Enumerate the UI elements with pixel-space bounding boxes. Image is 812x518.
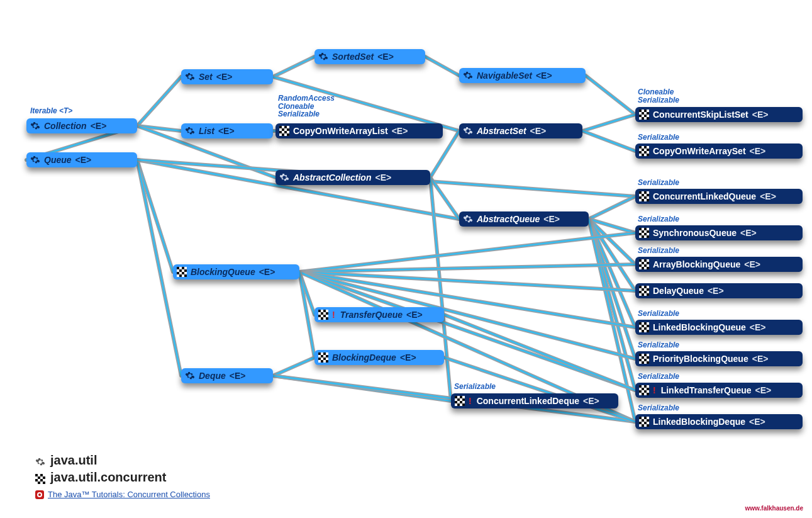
node-type-param: <E> (755, 385, 772, 395)
node-type-param: <E> (750, 322, 766, 332)
svg-rect-16 (179, 274, 182, 277)
svg-rect-29 (323, 310, 326, 312)
node-clq[interactable]: ConcurrentLinkedQueue <E> (635, 189, 803, 204)
node-cowa_set[interactable]: CopyOnWriteArraySet <E> (635, 144, 803, 159)
svg-rect-21 (282, 128, 284, 131)
edge-shadow (582, 115, 635, 131)
svg-rect-76 (647, 194, 649, 196)
svg-rect-106 (642, 293, 644, 296)
svg-rect-104 (639, 291, 642, 293)
node-abstractcoll[interactable]: AbstractCollection <E> (275, 170, 430, 185)
node-navigableset[interactable]: NavigableSet <E> (459, 68, 586, 83)
edge-shadow (589, 219, 635, 359)
node-pbq[interactable]: PriorityBlockingQueue <E> (635, 351, 803, 366)
node-name: SynchronousQueue (653, 228, 737, 238)
svg-rect-2 (40, 474, 43, 476)
svg-rect-25 (282, 133, 284, 136)
node-type-param: <E> (375, 172, 391, 183)
node-abstractqueue[interactable]: AbstractQueue <E> (459, 211, 589, 227)
edge-shadow (589, 219, 635, 264)
edge-shadow (425, 57, 459, 76)
edge (273, 376, 451, 401)
edge-shadow (137, 126, 181, 131)
edge-shadow (589, 219, 635, 291)
node-name: ConcurrentLinkedQueue (653, 191, 756, 201)
node-lbq[interactable]: LinkedBlockingQueue <E> (635, 320, 803, 335)
svg-rect-48 (457, 398, 460, 401)
svg-rect-91 (639, 259, 642, 262)
edge-shadow (589, 219, 635, 327)
new-marker-icon: ! (653, 385, 656, 395)
svg-rect-74 (644, 191, 647, 194)
node-abq[interactable]: ArrayBlockingQueue <E> (635, 257, 803, 272)
svg-rect-51 (460, 401, 462, 403)
node-blockingqueue[interactable]: BlockingQueue <E> (173, 264, 299, 279)
node-name: BlockingQueue (191, 267, 255, 277)
svg-rect-1 (35, 474, 38, 476)
checkered-icon (318, 352, 328, 363)
edge (137, 126, 181, 131)
node-name: AbstractQueue (477, 214, 540, 224)
checkered-icon (318, 310, 328, 320)
node-conc_linked_deque[interactable]: !ConcurrentLinkedDeque <E> (451, 393, 618, 408)
edge (589, 219, 635, 422)
node-deque[interactable]: Deque <E> (181, 368, 273, 383)
legend: java.util java.util.concurrent The Java™… (35, 453, 210, 499)
node-csls[interactable]: ConcurrentSkipListSet <E> (635, 107, 803, 122)
node-blockingdeque[interactable]: BlockingDeque <E> (314, 350, 444, 365)
node-name: CopyOnWriteArraySet (653, 146, 746, 156)
svg-rect-53 (462, 403, 465, 406)
anno-serial-cowa: Serializable (638, 133, 679, 142)
node-set[interactable]: Set <E> (181, 69, 273, 84)
node-type-param: <E> (216, 72, 233, 82)
svg-rect-137 (644, 417, 647, 419)
svg-rect-138 (642, 419, 644, 422)
node-sortedset[interactable]: SortedSet <E> (314, 49, 425, 64)
node-type-param: <E> (530, 126, 547, 136)
node-collection[interactable]: Collection <E> (26, 118, 137, 133)
edge-shadow (299, 272, 314, 315)
gear-icon (463, 126, 473, 136)
svg-rect-47 (460, 396, 462, 398)
svg-rect-69 (644, 151, 647, 154)
edge-shadow (273, 57, 314, 77)
svg-rect-68 (639, 151, 642, 154)
node-name: AbstractCollection (293, 172, 371, 183)
node-name: ConcurrentLinkedDeque (477, 396, 579, 406)
svg-rect-11 (182, 267, 184, 269)
svg-rect-122 (639, 359, 642, 361)
svg-rect-10 (177, 267, 179, 269)
svg-rect-83 (644, 228, 647, 230)
legend-label: java.util (50, 453, 97, 468)
node-type-param: <E> (749, 417, 765, 427)
node-list[interactable]: List <E> (181, 123, 273, 138)
node-lbd[interactable]: LinkedBlockingDeque <E> (635, 414, 803, 429)
svg-rect-5 (35, 479, 38, 481)
node-type-param: <E> (392, 126, 408, 136)
svg-rect-70 (642, 154, 644, 156)
anno-serial-sq: Serializable (638, 215, 679, 223)
node-type-param: <E> (708, 286, 724, 296)
anno-serial-clq: Serializable (638, 179, 679, 187)
gear-icon (463, 70, 473, 81)
edge-shadow (589, 219, 635, 233)
oracle-icon (35, 490, 44, 499)
edge (589, 219, 635, 359)
svg-rect-67 (647, 149, 649, 151)
node-transferqueue[interactable]: !TransferQueue <E> (314, 307, 444, 322)
tutorials-link[interactable]: The Java™ Tutorials: Concurrent Collecti… (48, 490, 210, 499)
edge-shadow (589, 196, 635, 219)
edge-shadow (430, 177, 451, 401)
edge (299, 272, 635, 390)
node-dq[interactable]: DelayQueue <E> (635, 283, 803, 298)
node-copyonwritelist[interactable]: CopyOnWriteArrayList <E> (275, 123, 443, 138)
new-marker-icon: ! (469, 396, 472, 406)
node-type-param: <E> (230, 371, 246, 381)
svg-rect-129 (642, 388, 644, 390)
svg-rect-56 (644, 110, 647, 112)
edge (589, 219, 635, 327)
node-queue[interactable]: Queue <E> (26, 152, 137, 167)
node-abstractset[interactable]: AbstractSet <E> (459, 123, 582, 138)
node-ltq[interactable]: !LinkedTransferQueue <E> (635, 383, 803, 398)
node-sq[interactable]: SynchronousQueue <E> (635, 225, 803, 240)
